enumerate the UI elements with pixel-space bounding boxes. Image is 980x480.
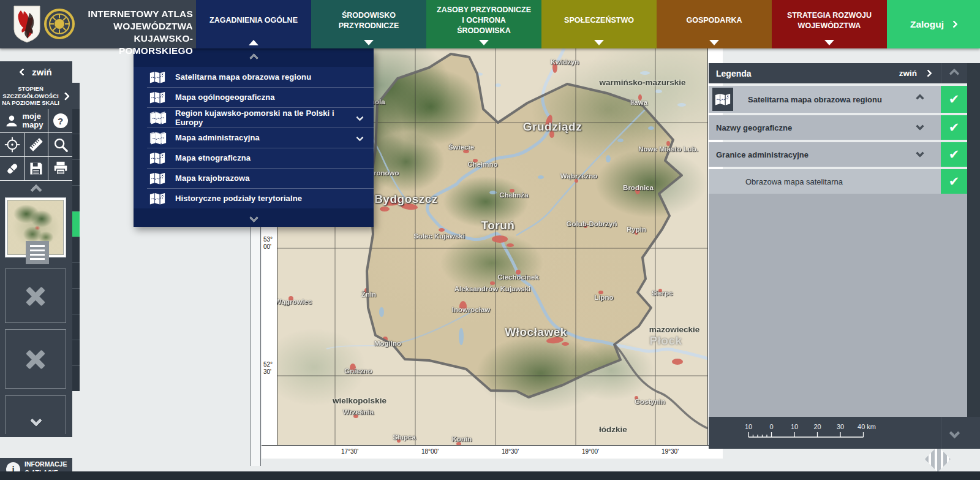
legend-row-1: Nazwy geograficzne✔ (709, 115, 967, 140)
thumbnail-menu-button[interactable] (26, 241, 49, 264)
ruler-icon (28, 136, 45, 153)
search-button[interactable] (48, 133, 72, 156)
scale-level-segment-9[interactable] (72, 365, 80, 391)
legend-row-label: Nazwy geograficzne (716, 123, 792, 132)
legend-row-header[interactable]: Granice administracyjne (709, 142, 941, 167)
scale-level-segment-4[interactable] (72, 237, 80, 262)
chevron-right-icon[interactable] (924, 69, 932, 77)
menu-item-label: Region kujawsko-pomorski na tle Polski i… (175, 109, 357, 127)
legend-scroll-up[interactable] (941, 63, 967, 83)
measure-button[interactable] (24, 133, 48, 156)
login-button[interactable]: Zaloguj (887, 0, 980, 48)
triangle-down-icon (594, 40, 604, 45)
nav-tab-0[interactable]: ZAGADNIENIA OGÓLNE (196, 0, 311, 48)
app-title-line: KUJAWSKO-POMORSKIEGO (61, 32, 193, 57)
erase-button[interactable] (0, 157, 24, 180)
scale-level-segment-7[interactable] (72, 314, 80, 340)
check-icon: ✔ (949, 120, 960, 135)
collapse-label: zwiń (32, 67, 52, 77)
scale-detail-panel-button[interactable]: STOPIEŃ SZCZEGÓŁOWOŚCI NA POZIOMIE SKALI (0, 83, 80, 109)
help-icon: ? (53, 113, 68, 128)
scale-level-segment-5[interactable] (72, 262, 80, 288)
thumbnails-scroll-up[interactable] (32, 186, 40, 197)
legend-scroll-down[interactable] (941, 417, 967, 449)
nav-tab-1[interactable]: ŚRODOWISKO PRZYRODNICZE (311, 0, 426, 48)
legend-collapse-button[interactable]: zwiń (899, 69, 917, 78)
map-icon (149, 191, 168, 206)
legend-row-header[interactable]: Obrazowa mapa satelitarna (709, 169, 941, 194)
nav-tab-3[interactable]: SPOŁECZEŃSTWO (541, 0, 657, 48)
city-label--wiecie: Świecie (448, 143, 474, 151)
locate-button[interactable] (0, 133, 24, 156)
legend-rows: Satelitarna mapa obrazowa regionu✔Nazwy … (709, 86, 967, 196)
legend-bottom-bar: 10010203040 km (709, 417, 980, 449)
magnifier-icon (52, 136, 69, 153)
layer-visibility-checkbox[interactable]: ✔ (941, 142, 967, 167)
bottom-bar (0, 471, 980, 480)
menu-item-4[interactable]: Mapa etnograficzna (134, 148, 374, 168)
map-thumbnail-empty[interactable] (5, 269, 66, 323)
login-label: Zaloguj (910, 19, 944, 30)
region-label-mazowieckie: mazowieckie (649, 325, 700, 334)
help-button[interactable]: ? (48, 109, 72, 132)
region-label-wielkopolskie: wielkopolskie (333, 396, 386, 405)
nav-tab-4[interactable]: GOSPODARKA (657, 0, 772, 48)
city-label-gostynin: Gostynin (635, 398, 665, 405)
map-stack-icon (149, 110, 168, 125)
menu-scroll-down[interactable] (134, 208, 374, 227)
scale-level-segment-8[interactable] (72, 340, 80, 365)
scalebar-label: 10 (745, 423, 752, 430)
layer-visibility-checkbox[interactable]: ✔ (941, 115, 967, 140)
scale-level-segment-0[interactable] (72, 134, 80, 159)
nav-tab-5[interactable]: STRATEGIA ROZWOJU WOJEWÓDZTWA (772, 0, 887, 48)
menu-item-label: Mapa ogólnogeograficzna (175, 93, 374, 102)
print-button[interactable] (48, 157, 72, 180)
city-label-brodnica: Brodnica (623, 184, 654, 191)
legend-row-label: Granice administracyjne (716, 150, 809, 159)
menu-item-1[interactable]: Mapa ogólnogeograficzna (134, 87, 374, 107)
floppy-disk-icon (28, 161, 44, 177)
map-thumbnail-empty[interactable] (5, 329, 66, 389)
legend-row-label: Obrazowa mapa satelitarna (745, 177, 843, 186)
legend-row-label: Satelitarna mapa obrazowa regionu (748, 95, 882, 104)
menu-item-label: Satelitarna mapa obrazowa regionu (175, 72, 374, 82)
scalebar-labels: 10010203040 km (745, 423, 876, 430)
general-topics-menu: Satelitarna mapa obrazowa regionuMapa og… (134, 48, 374, 227)
legend-row-header[interactable]: Satelitarna mapa obrazowa regionu (709, 86, 941, 113)
scale-level-segment-3[interactable] (72, 211, 80, 237)
city-label-rypin: Rypin (627, 226, 646, 233)
legend-row-header[interactable]: Nazwy geograficzne (709, 115, 941, 140)
legend-title: Legenda (716, 69, 899, 78)
toolbar: moje mapy ? (0, 109, 72, 181)
scale-level-segment-1[interactable] (72, 159, 80, 185)
legend-row-2: Granice administracyjne✔ (709, 142, 967, 167)
map-icon (149, 151, 168, 166)
city-label-gniezno: Gniezno (344, 367, 372, 375)
layer-visibility-checkbox[interactable]: ✔ (941, 169, 967, 194)
scale-level-segment-6[interactable] (72, 288, 80, 314)
save-button[interactable] (24, 157, 48, 180)
layer-visibility-checkbox[interactable]: ✔ (941, 86, 967, 113)
menu-item-3[interactable]: Mapa administracyjna (134, 128, 374, 148)
nav-tab-2[interactable]: ZASOBY PRZYRODNICZE I OCHRONA ŚRODOWISKA (426, 0, 541, 48)
menu-item-6[interactable]: Historyczne podziały terytorialne (134, 188, 374, 208)
chevron-right-icon (61, 91, 70, 100)
atlas-app: INTERNETOWY ATLAS WOJEWÓDZTWA KUJAWSKO-P… (0, 0, 980, 480)
chevron-down-icon (30, 414, 42, 427)
city-label-kwidzyn: Kwidzyn (551, 58, 579, 66)
thumbnails-scroll-down[interactable] (32, 416, 40, 427)
menu-item-label: Mapa etnograficzna (175, 153, 374, 162)
city-label-w-growiec: Wągrowiec (277, 298, 312, 305)
toolbar-row (0, 133, 72, 156)
scale-level-segment-2[interactable] (72, 185, 80, 211)
my-maps-button[interactable]: moje mapy (0, 109, 48, 132)
longitude-label: 19°30' (662, 448, 679, 455)
check-icon: ✔ (949, 174, 960, 189)
toolbar-row: moje mapy ? (0, 109, 72, 132)
menu-item-2[interactable]: Region kujawsko-pomorski na tle Polski i… (134, 107, 374, 128)
menu-item-0[interactable]: Satelitarna mapa obrazowa regionu (134, 67, 374, 87)
scalebar-label: 20 (813, 423, 821, 430)
check-icon: ✔ (949, 92, 960, 107)
menu-item-5[interactable]: Mapa krajobrazowa (134, 168, 374, 188)
sidebar-collapse-button[interactable]: zwiń (0, 61, 72, 83)
